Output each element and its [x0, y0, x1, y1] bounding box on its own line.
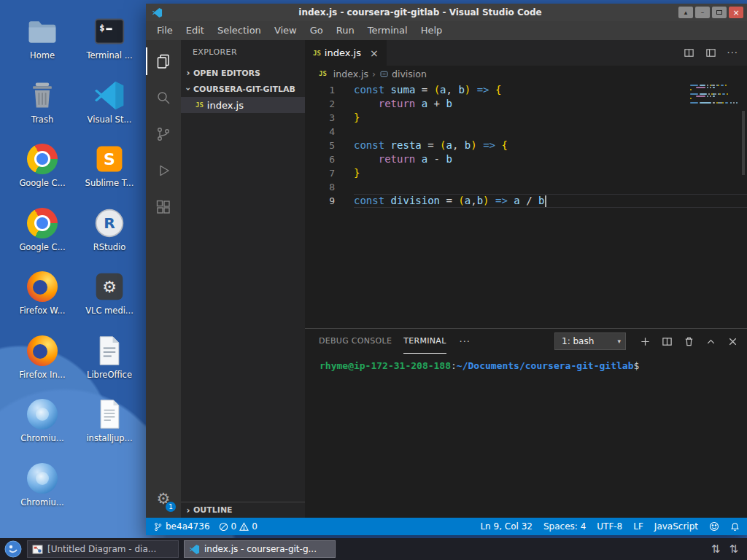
open-editors-section[interactable]: › OPEN EDITORS [181, 65, 305, 81]
breadcrumb-symbol[interactable]: division [392, 69, 427, 79]
source-control-activity-button[interactable] [146, 116, 181, 152]
more-actions-icon[interactable]: ··· [727, 47, 738, 58]
breadcrumb-file[interactable]: index.js [333, 69, 368, 79]
symbol-variable-icon [379, 69, 389, 79]
indentation-status[interactable]: Spaces: 4 [543, 521, 586, 532]
code-line[interactable]: const suma = (a, b) => { [354, 83, 747, 97]
maximize-button[interactable] [712, 7, 727, 18]
problems-status[interactable]: 0 0 [219, 521, 258, 532]
desktop-icon-firefox-8[interactable]: Firefox W... [9, 270, 76, 334]
desktop-icon-sublime-5[interactable]: SSublime T... [76, 142, 143, 206]
commit-hash: be4a4736 [166, 521, 210, 532]
code-line[interactable]: const division = (a,b) => a / b [354, 194, 747, 208]
desktop-icon-vscode-3[interactable]: Visual St... [76, 79, 143, 143]
desktop-icon-chrome-4[interactable]: Google C... [9, 142, 76, 206]
panel-more-icon[interactable]: ··· [460, 336, 471, 347]
arrows-up-down-icon[interactable]: ⇅ [711, 542, 721, 556]
desktop-icon-file-13[interactable]: installjup... [76, 397, 143, 462]
menu-item-edit[interactable]: Edit [179, 23, 211, 39]
scrollbar-thumb[interactable] [742, 111, 745, 175]
taskbar: [Untitled Diagram - dia...index.js - cou… [0, 538, 747, 560]
terminal-output[interactable]: rhyme@ip-172-31-208-188:~/Documents/cour… [305, 354, 747, 518]
code-line[interactable]: return a - b [354, 152, 747, 166]
firefox-icon [26, 334, 59, 368]
desktop-icon-label: Chromiu... [20, 497, 63, 508]
code-line[interactable]: } [354, 111, 747, 125]
arrows-up-down-icon[interactable]: ⇅ [729, 542, 738, 556]
desktop-icon-folder-0[interactable]: Home [9, 15, 76, 79]
run-debug-activity-button[interactable] [146, 152, 181, 189]
extensions-activity-button[interactable] [146, 189, 181, 225]
minimap[interactable] [690, 85, 735, 104]
desktop-icon-chromium-12[interactable]: Chromiu... [9, 397, 76, 462]
smiley-icon [709, 521, 719, 532]
outline-section[interactable]: › OUTLINE [181, 502, 305, 518]
notifications-button[interactable] [730, 522, 740, 532]
git-branch-icon [153, 522, 163, 532]
applications-menu-button[interactable] [4, 540, 22, 558]
desktop-icon-terminal-1[interactable]: $Terminal ... [76, 15, 143, 79]
code-line[interactable]: return a + b [354, 97, 747, 111]
text-cursor [545, 195, 546, 207]
eol-status[interactable]: LF [633, 521, 643, 532]
desktop-icon-firefox-10[interactable]: Firefox In... [9, 334, 76, 398]
minimize-button[interactable]: – [695, 7, 710, 18]
desktop-icon-rstudio-7[interactable]: RRStudio [76, 206, 143, 271]
bell-icon [730, 522, 740, 532]
taskbar-window-button-2[interactable]: index.js - coursera-git-g... [184, 540, 336, 558]
search-activity-button[interactable] [146, 79, 181, 116]
code-line[interactable] [354, 180, 747, 194]
desktop-icon-chromium-14[interactable]: Chromiu... [9, 462, 76, 526]
split-terminal-button[interactable] [662, 336, 673, 347]
file-item-index-js[interactable]: JS index.js [181, 97, 305, 113]
panel-tab-debug-console[interactable]: DEBUG CONSOLE [319, 329, 392, 354]
desktop-icon-label: Firefox W... [20, 306, 66, 316]
settings-gear-button[interactable]: ⚙ 1 [146, 486, 181, 512]
taskbar-buttons: [Untitled Diagram - dia...index.js - cou… [27, 540, 336, 558]
taskbar-window-button-1[interactable]: [Untitled Diagram - dia... [27, 540, 179, 558]
new-terminal-button[interactable] [640, 336, 651, 347]
close-button[interactable]: × [729, 7, 743, 18]
window-controls: ▴ – × [676, 7, 743, 18]
language-status[interactable]: JavaScript [654, 521, 698, 532]
code-line[interactable] [354, 125, 747, 139]
menu-item-view[interactable]: View [268, 23, 303, 39]
code-editor[interactable]: 123456789 const suma = (a, b) => { retur… [305, 82, 747, 328]
code-content[interactable]: const suma = (a, b) => { return a + b}co… [341, 82, 747, 328]
tab-close-icon[interactable]: × [370, 47, 379, 59]
shade-button[interactable]: ▴ [678, 7, 693, 18]
window-titlebar[interactable]: index.js - coursera-git-gitlab - Visual … [146, 4, 747, 21]
tab-index-js[interactable]: JS index.js × [305, 40, 387, 66]
desktop-icon-libreoffice-11[interactable]: LibreOffice [76, 334, 143, 398]
feedback-button[interactable] [709, 521, 719, 532]
layout-icon[interactable] [705, 47, 716, 58]
svg-text:$: $ [99, 23, 104, 33]
desktop-icon-label: Sublime T... [85, 178, 134, 188]
menu-item-terminal[interactable]: Terminal [361, 23, 414, 39]
desktop-icon-label: VLC medi... [85, 306, 133, 316]
menu-item-selection[interactable]: Selection [211, 23, 268, 39]
cursor-position-status[interactable]: Ln 9, Col 32 [480, 521, 533, 532]
close-panel-button[interactable] [727, 336, 738, 347]
encoding-status[interactable]: UTF-8 [597, 521, 622, 532]
warning-count: 0 [252, 521, 258, 532]
menu-item-run[interactable]: Run [330, 23, 361, 39]
activity-bar: ⚙ 1 [146, 40, 181, 518]
desktop-icon-chrome-6[interactable]: Google C... [9, 206, 76, 271]
explorer-activity-button[interactable] [146, 43, 181, 79]
menu-item-file[interactable]: File [150, 23, 179, 39]
split-editor-icon[interactable] [684, 47, 694, 58]
git-branch-status[interactable]: be4a4736 [153, 521, 210, 532]
desktop-icon-vlc-9[interactable]: ⚙VLC medi... [76, 270, 143, 334]
shell-select[interactable]: 1: bash ▾ [554, 332, 626, 350]
desktop-icon-label: LibreOffice [87, 370, 132, 380]
panel-tab-terminal[interactable]: TERMINAL [403, 329, 446, 354]
code-line[interactable]: const resta = (a, b) => { [354, 139, 747, 152]
menu-item-go[interactable]: Go [303, 23, 330, 39]
kill-terminal-button[interactable] [684, 336, 694, 347]
workspace-section[interactable]: › COURSERA-GIT-GITLAB [181, 81, 305, 97]
desktop-icon-trash-2[interactable]: Trash [9, 79, 76, 143]
maximize-panel-button[interactable] [705, 336, 716, 347]
code-line[interactable]: } [354, 166, 747, 180]
menu-item-help[interactable]: Help [414, 23, 449, 39]
